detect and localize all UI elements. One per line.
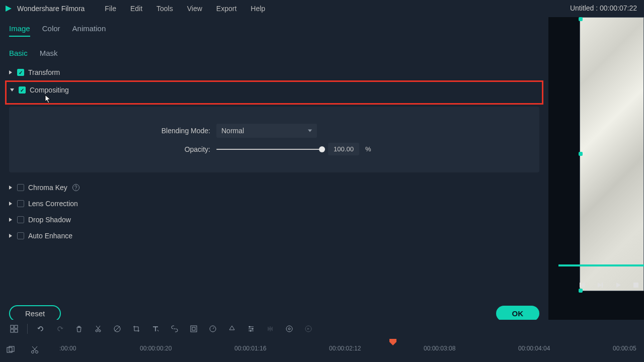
app-name: Wondershare Filmora bbox=[17, 5, 85, 13]
resize-handle-icon[interactable] bbox=[579, 17, 583, 21]
help-icon[interactable]: ? bbox=[72, 184, 79, 191]
opacity-slider-thumb[interactable] bbox=[319, 146, 325, 152]
chevron-right-icon bbox=[8, 185, 13, 190]
opacity-value[interactable]: 100.00 bbox=[328, 143, 359, 155]
redo-icon[interactable] bbox=[52, 321, 68, 337]
project-title: Untitled : 00:00:07:22 bbox=[570, 4, 637, 12]
toolbar bbox=[0, 320, 644, 338]
panel-transform[interactable]: Transform bbox=[5, 64, 543, 80]
timeline-tick: 00:00:05 bbox=[613, 345, 636, 352]
preview-pane bbox=[548, 17, 644, 327]
undo-icon[interactable] bbox=[33, 321, 49, 337]
panel-chroma-key[interactable]: Chroma Key ? bbox=[5, 179, 543, 196]
subtab-mask[interactable]: Mask bbox=[40, 49, 58, 57]
svg-point-13 bbox=[252, 328, 254, 330]
timeline-tick: 00:00:04:04 bbox=[518, 345, 550, 352]
panel-lens-correction-label: Lens Correction bbox=[28, 200, 78, 208]
svg-rect-3 bbox=[11, 329, 14, 332]
timeline-tick: :00:00 bbox=[59, 345, 76, 352]
panel-transform-label: Transform bbox=[28, 68, 60, 76]
svg-rect-9 bbox=[191, 326, 197, 332]
timeline-tick: 00:00:00:20 bbox=[140, 345, 172, 352]
checkbox-auto-enhance[interactable] bbox=[17, 232, 24, 239]
checkbox-compositing[interactable] bbox=[19, 86, 26, 94]
marker-icon[interactable] bbox=[109, 321, 125, 337]
speed-icon[interactable] bbox=[205, 321, 221, 337]
opacity-label: Opacity: bbox=[19, 145, 210, 153]
menu-edit[interactable]: Edit bbox=[130, 5, 142, 13]
svg-point-15 bbox=[286, 326, 292, 332]
svg-rect-2 bbox=[15, 325, 18, 328]
play-button[interactable] bbox=[615, 282, 622, 289]
checkbox-chroma-key[interactable] bbox=[17, 184, 24, 191]
delete-icon[interactable] bbox=[71, 321, 87, 337]
crop-icon[interactable] bbox=[128, 321, 144, 337]
tab-animation[interactable]: Animation bbox=[72, 24, 106, 37]
opacity-unit: % bbox=[365, 145, 371, 153]
svg-point-20 bbox=[32, 351, 34, 353]
cursor-icon bbox=[45, 95, 52, 104]
inspector-panel: Image Color Animation Basic Mask Transfo… bbox=[0, 17, 548, 327]
panel-compositing[interactable]: Compositing bbox=[5, 80, 543, 105]
svg-point-12 bbox=[249, 326, 251, 328]
panel-auto-enhance-label: Auto Enhance bbox=[28, 232, 72, 240]
link-icon[interactable] bbox=[167, 321, 183, 337]
svg-rect-4 bbox=[15, 329, 18, 332]
svg-line-8 bbox=[115, 326, 120, 331]
svg-point-21 bbox=[36, 351, 38, 353]
blend-mode-label: Blending Mode: bbox=[19, 127, 210, 135]
svg-point-6 bbox=[99, 330, 101, 332]
color-icon[interactable] bbox=[224, 321, 240, 337]
chevron-right-icon bbox=[8, 201, 13, 206]
panel-drop-shadow[interactable]: Drop Shadow bbox=[5, 212, 543, 228]
separator bbox=[27, 324, 28, 334]
chevron-right-icon bbox=[8, 70, 13, 75]
next-frame-button[interactable] bbox=[597, 282, 604, 289]
panel-auto-enhance[interactable]: Auto Enhance bbox=[5, 228, 543, 244]
blend-mode-select[interactable]: Normal bbox=[216, 124, 317, 138]
preview-canvas[interactable] bbox=[580, 17, 644, 291]
resize-handle-icon[interactable] bbox=[579, 152, 583, 156]
checkbox-transform[interactable] bbox=[17, 69, 24, 76]
subtab-basic[interactable]: Basic bbox=[9, 49, 28, 57]
menu-help[interactable]: Help bbox=[251, 5, 265, 13]
adjust-icon[interactable] bbox=[243, 321, 259, 337]
timeline-ruler[interactable]: :00:00 00:00:00:20 00:00:01:16 00:00:02:… bbox=[59, 338, 638, 362]
snapshot-icon[interactable] bbox=[186, 321, 202, 337]
preview-progress[interactable] bbox=[558, 264, 644, 266]
cut-icon[interactable] bbox=[90, 321, 106, 337]
timeline-cut-icon[interactable] bbox=[30, 345, 39, 354]
menu-view[interactable]: View bbox=[187, 5, 202, 13]
resize-handle-icon[interactable] bbox=[579, 289, 583, 293]
opacity-slider[interactable] bbox=[216, 149, 322, 150]
panel-lens-correction[interactable]: Lens Correction bbox=[5, 196, 543, 212]
svg-rect-10 bbox=[192, 327, 195, 330]
menu-tools[interactable]: Tools bbox=[156, 5, 173, 13]
svg-point-5 bbox=[96, 330, 98, 332]
export-icon[interactable] bbox=[300, 321, 316, 337]
layout-icon[interactable] bbox=[6, 321, 22, 337]
panel-chroma-key-label: Chroma Key bbox=[28, 184, 67, 192]
effects-icon[interactable] bbox=[281, 321, 297, 337]
menu-export[interactable]: Export bbox=[216, 5, 236, 13]
menubar: File Edit Tools View Export Help bbox=[105, 5, 265, 13]
checkbox-lens-correction[interactable] bbox=[17, 200, 24, 207]
text-icon[interactable] bbox=[147, 321, 164, 337]
chevron-right-icon bbox=[8, 233, 13, 238]
timeline-media-icon[interactable] bbox=[6, 345, 15, 354]
tab-color[interactable]: Color bbox=[42, 24, 60, 37]
ok-button[interactable]: OK bbox=[496, 306, 540, 321]
prev-frame-button[interactable] bbox=[579, 282, 586, 289]
stop-button[interactable] bbox=[633, 282, 639, 288]
tab-image[interactable]: Image bbox=[9, 24, 30, 37]
panel-drop-shadow-label: Drop Shadow bbox=[28, 216, 71, 224]
checkbox-drop-shadow[interactable] bbox=[17, 216, 24, 223]
timeline-tick: 00:00:01:16 bbox=[234, 345, 266, 352]
timeline-tick: 00:00:02:12 bbox=[329, 345, 361, 352]
chevron-right-icon bbox=[8, 217, 13, 222]
app-logo-icon bbox=[4, 4, 13, 13]
playhead-icon[interactable] bbox=[388, 339, 397, 346]
audio-icon[interactable] bbox=[262, 321, 278, 337]
menu-file[interactable]: File bbox=[105, 5, 116, 13]
svg-point-14 bbox=[250, 330, 252, 332]
